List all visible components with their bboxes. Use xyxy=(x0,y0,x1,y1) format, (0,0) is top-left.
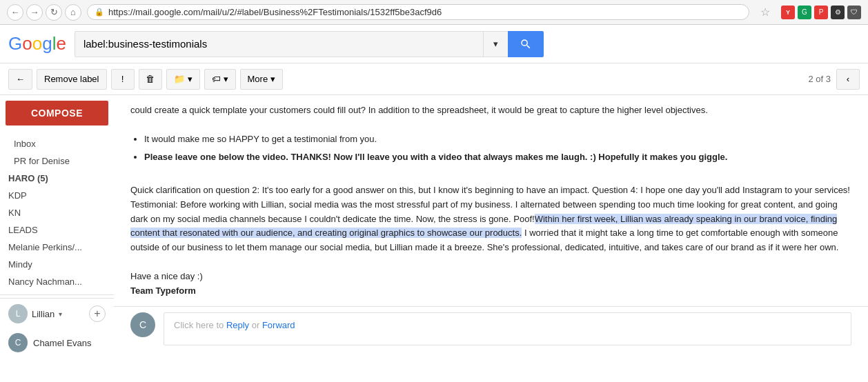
email-intro-text: could create a quick template your custo… xyxy=(130,103,851,118)
sender-row: C Chamel Evans xyxy=(0,329,114,356)
reply-or: or xyxy=(249,320,262,330)
ext-icon-4[interactable]: ⚙ xyxy=(831,6,845,19)
chevron-down-icon-2: ▾ xyxy=(224,74,228,84)
bullet-2: Please leave one below the video. THANKS… xyxy=(144,150,851,165)
email-paragraph-1: Quick clarification on question 2: It's … xyxy=(130,183,851,255)
reply-text: Click here to xyxy=(174,320,226,330)
back-to-list-button[interactable]: ← xyxy=(8,69,32,90)
sidebar-item-inbox[interactable]: Inbox xyxy=(0,135,114,152)
search-button[interactable] xyxy=(508,31,544,57)
search-input[interactable] xyxy=(75,31,483,57)
toolbar-right: 2 of 3 ‹ xyxy=(808,69,860,90)
reply-link[interactable]: Reply xyxy=(226,320,249,330)
email-toolbar: ← Remove label ! 🗑 📁 ▾ 🏷 ▾ More ▾ 2 of 3… xyxy=(0,63,868,95)
email-body: could create a quick template your custo… xyxy=(114,95,868,306)
sidebar-nav: Inbox PR for Denise HARO (5) KDP KN LEAD… xyxy=(0,134,114,292)
team-name-bold: Team Typeform xyxy=(130,285,196,296)
search-icon xyxy=(520,38,532,50)
labels-button[interactable]: 🏷 ▾ xyxy=(204,69,236,90)
bullet-1: It would make me so HAPPY to get a testi… xyxy=(144,132,851,147)
address-bar[interactable]: 🔒 https://mail.google.com/mail/u/2/#labe… xyxy=(87,4,749,20)
ext-icon-1[interactable]: Y xyxy=(781,6,795,19)
search-container: ▾ xyxy=(75,31,544,57)
avatar: L xyxy=(8,304,28,323)
reply-area: C Click here to Reply or Forward xyxy=(114,306,868,351)
gmail-logo: Google xyxy=(8,33,66,54)
team-name: Team Typeform xyxy=(130,284,851,299)
user-name: Lillian xyxy=(32,309,55,319)
gmail-header: Google ▾ xyxy=(0,25,868,63)
back-icon: ← xyxy=(16,74,25,84)
browser-chrome: ← → ↻ ⌂ 🔒 https://mail.google.com/mail/u… xyxy=(0,0,868,25)
reply-avatar: C xyxy=(130,312,155,337)
back-button[interactable]: ← xyxy=(7,4,23,21)
sidebar-item-kn[interactable]: KN xyxy=(0,204,114,221)
search-dropdown-button[interactable]: ▾ xyxy=(483,31,508,57)
sidebar: COMPOSE Inbox PR for Denise HARO (5) KDP… xyxy=(0,95,114,382)
reply-box[interactable]: Click here to Reply or Forward xyxy=(164,312,851,345)
add-account-button[interactable]: + xyxy=(89,305,106,322)
dropdown-icon: ▾ xyxy=(59,310,62,318)
url-text: https://mail.google.com/mail/u/2/#label/… xyxy=(108,7,742,17)
sidebar-item-leads[interactable]: LEADS xyxy=(0,221,114,239)
compose-button[interactable]: COMPOSE xyxy=(6,101,108,125)
sender-avatar: C xyxy=(8,333,28,352)
browser-nav-buttons: ← → ↻ ⌂ xyxy=(7,4,81,21)
sidebar-item-mindy[interactable]: Mindy xyxy=(0,256,114,273)
sender-name: Chamel Evans xyxy=(33,338,92,348)
move-to-button[interactable]: 📁 ▾ xyxy=(166,69,200,90)
chevron-down-icon: ▾ xyxy=(188,74,193,84)
sidebar-item-melanie[interactable]: Melanie Perkins/... xyxy=(0,239,114,256)
ext-icon-2[interactable]: G xyxy=(798,6,811,19)
sidebar-item-nancy[interactable]: Nancy Nachman... xyxy=(0,273,114,290)
remove-label-button[interactable]: Remove label xyxy=(37,69,107,90)
refresh-button[interactable]: ↻ xyxy=(46,4,62,21)
older-email-button[interactable]: ‹ xyxy=(836,69,860,90)
sidebar-item-pr-denise[interactable]: PR for Denise xyxy=(0,152,114,170)
extension-icons: Y G P ⚙ 🛡 xyxy=(781,6,861,19)
report-spam-button[interactable]: ! xyxy=(111,69,135,90)
sidebar-divider xyxy=(0,294,114,295)
sign-off: Have a nice day :) xyxy=(130,270,851,284)
email-content-area: could create a quick template your custo… xyxy=(114,95,868,382)
home-button[interactable]: ⌂ xyxy=(65,4,81,21)
forward-button[interactable]: → xyxy=(26,4,43,21)
delete-button[interactable]: 🗑 xyxy=(139,69,162,90)
ext-icon-3[interactable]: P xyxy=(814,6,828,19)
ext-icon-5[interactable]: 🛡 xyxy=(847,6,861,19)
pagination-text: 2 of 3 xyxy=(808,74,831,84)
forward-link[interactable]: Forward xyxy=(262,320,295,330)
lock-icon: 🔒 xyxy=(95,8,104,17)
bookmark-icon[interactable]: ☆ xyxy=(760,6,770,19)
sidebar-item-haro[interactable]: HARO (5) xyxy=(0,170,114,187)
sidebar-item-kdp[interactable]: KDP xyxy=(0,187,114,204)
more-button[interactable]: More ▾ xyxy=(240,69,283,90)
user-account-switcher[interactable]: L Lillian ▾ + xyxy=(0,298,114,329)
toolbar-left: ← Remove label ! 🗑 📁 ▾ 🏷 ▾ More ▾ xyxy=(8,69,283,90)
bullet-2-text: Please leave one below the video. THANKS… xyxy=(144,152,727,162)
email-bullets: It would make me so HAPPY to get a testi… xyxy=(130,132,851,165)
avatar-initial: L xyxy=(16,309,21,319)
main-layout: COMPOSE Inbox PR for Denise HARO (5) KDP… xyxy=(0,95,868,382)
